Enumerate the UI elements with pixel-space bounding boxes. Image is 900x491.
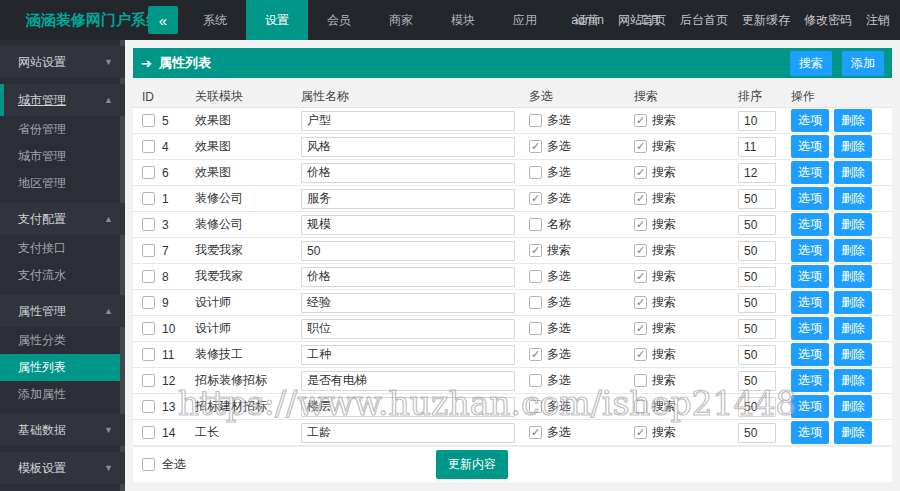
multi-select-checkbox[interactable] [529,322,542,335]
options-button[interactable]: 选项 [791,213,829,236]
sidebar-item-地区管理[interactable]: 地区管理 [0,170,125,197]
options-button[interactable]: 选项 [791,109,829,132]
multi-select-checkbox[interactable] [529,140,542,153]
sidebar-item-支付流水[interactable]: 支付流水 [0,262,125,289]
sort-input[interactable] [738,163,776,183]
sort-input[interactable] [738,189,776,209]
row-checkbox[interactable] [142,270,155,283]
delete-button[interactable]: 删除 [834,135,872,158]
delete-button[interactable]: 删除 [834,239,872,262]
sort-input[interactable] [738,293,776,313]
sidebar-item-属性列表[interactable]: 属性列表 [0,354,125,381]
sort-input[interactable] [738,423,776,443]
delete-button[interactable]: 删除 [834,291,872,314]
search-checkbox[interactable] [634,322,647,335]
row-checkbox[interactable] [142,296,155,309]
sort-input[interactable] [738,397,776,417]
row-checkbox[interactable] [142,400,155,413]
add-button[interactable]: 添加 [842,51,884,76]
multi-select-checkbox[interactable] [529,244,542,257]
nav-item-会员[interactable]: 会员 [308,0,370,40]
attr-name-input[interactable] [301,293,515,313]
user-link-网站首页[interactable]: 网站首页 [618,12,666,29]
nav-item-系统[interactable]: 系统 [184,0,246,40]
user-link-注销[interactable]: 注销 [866,12,890,29]
delete-button[interactable]: 删除 [834,109,872,132]
attr-name-input[interactable] [301,137,515,157]
row-checkbox[interactable] [142,374,155,387]
search-checkbox[interactable] [634,244,647,257]
attr-name-input[interactable] [301,423,515,443]
multi-select-checkbox[interactable] [529,400,542,413]
row-checkbox[interactable] [142,166,155,179]
select-all-checkbox[interactable] [142,458,155,471]
multi-select-checkbox[interactable] [529,348,542,361]
attr-name-input[interactable] [301,397,515,417]
row-checkbox[interactable] [142,192,155,205]
update-content-button[interactable]: 更新内容 [436,450,508,479]
search-checkbox[interactable] [634,270,647,283]
delete-button[interactable]: 删除 [834,187,872,210]
row-checkbox[interactable] [142,218,155,231]
delete-button[interactable]: 删除 [834,343,872,366]
options-button[interactable]: 选项 [791,421,829,444]
search-button[interactable]: 搜索 [790,51,832,76]
delete-button[interactable]: 删除 [834,395,872,418]
attr-name-input[interactable] [301,267,515,287]
search-checkbox[interactable] [634,296,647,309]
multi-select-checkbox[interactable] [529,192,542,205]
delete-button[interactable]: 删除 [834,317,872,340]
nav-item-商家[interactable]: 商家 [370,0,432,40]
row-checkbox[interactable] [142,244,155,257]
options-button[interactable]: 选项 [791,343,829,366]
attr-name-input[interactable] [301,319,515,339]
multi-select-checkbox[interactable] [529,296,542,309]
sidebar-item-省份管理[interactable]: 省份管理 [0,116,125,143]
multi-select-checkbox[interactable] [529,374,542,387]
sort-input[interactable] [738,345,776,365]
attr-name-input[interactable] [301,189,515,209]
user-link-后台首页[interactable]: 后台首页 [680,12,728,29]
sidebar-group-网站设置[interactable]: 网站设置▼ [0,46,125,78]
delete-button[interactable]: 删除 [834,369,872,392]
options-button[interactable]: 选项 [791,161,829,184]
delete-button[interactable]: 删除 [834,213,872,236]
options-button[interactable]: 选项 [791,135,829,158]
sidebar-item-属性分类[interactable]: 属性分类 [0,327,125,354]
search-checkbox[interactable] [634,374,647,387]
attr-name-input[interactable] [301,241,515,261]
search-checkbox[interactable] [634,400,647,413]
nav-item-设置[interactable]: 设置 [246,0,308,40]
delete-button[interactable]: 删除 [834,421,872,444]
user-link-admin[interactable]: admin [571,13,604,27]
sidebar-collapse-button[interactable]: « [148,6,178,34]
options-button[interactable]: 选项 [791,369,829,392]
options-button[interactable]: 选项 [791,239,829,262]
sort-input[interactable] [738,371,776,391]
sort-input[interactable] [738,111,776,131]
sidebar-group-模板设置[interactable]: 模板设置▼ [0,452,125,484]
search-checkbox[interactable] [634,348,647,361]
multi-select-checkbox[interactable] [529,218,542,231]
attr-name-input[interactable] [301,111,515,131]
attr-name-input[interactable] [301,215,515,235]
multi-select-checkbox[interactable] [529,270,542,283]
row-checkbox[interactable] [142,114,155,127]
nav-item-模块[interactable]: 模块 [432,0,494,40]
row-checkbox[interactable] [142,140,155,153]
multi-select-checkbox[interactable] [529,166,542,179]
sidebar-group-基础数据[interactable]: 基础数据▼ [0,414,125,446]
search-checkbox[interactable] [634,140,647,153]
search-checkbox[interactable] [634,166,647,179]
options-button[interactable]: 选项 [791,265,829,288]
sort-input[interactable] [738,215,776,235]
nav-item-应用[interactable]: 应用 [494,0,556,40]
sidebar-item-支付接口[interactable]: 支付接口 [0,235,125,262]
options-button[interactable]: 选项 [791,395,829,418]
options-button[interactable]: 选项 [791,291,829,314]
sort-input[interactable] [738,137,776,157]
sidebar-group-属性管理[interactable]: 属性管理▲ [0,295,125,327]
sort-input[interactable] [738,319,776,339]
delete-button[interactable]: 删除 [834,161,872,184]
row-checkbox[interactable] [142,426,155,439]
